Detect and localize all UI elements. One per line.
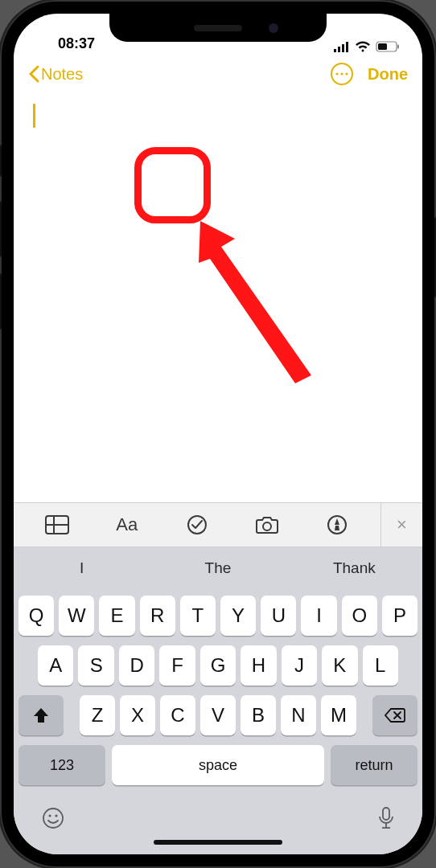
emoji-icon (41, 806, 65, 830)
key-u[interactable]: U (261, 596, 296, 636)
key-b[interactable]: B (241, 695, 276, 735)
text-style-button[interactable]: Aa (113, 514, 142, 535)
space-key[interactable]: space (112, 745, 324, 785)
home-indicator[interactable] (154, 840, 282, 845)
svg-rect-3 (346, 42, 348, 52)
key-d[interactable]: D (119, 645, 154, 686)
key-t[interactable]: T (180, 596, 216, 636)
suggestion-2[interactable]: The (150, 559, 286, 577)
key-f[interactable]: F (159, 645, 195, 686)
key-i[interactable]: I (301, 596, 336, 636)
key-r[interactable]: R (140, 596, 175, 636)
key-p[interactable]: P (382, 596, 417, 636)
key-j[interactable]: J (282, 645, 317, 686)
svg-point-14 (188, 516, 206, 534)
key-k[interactable]: K (322, 645, 357, 686)
microphone-icon (377, 806, 395, 830)
cellular-icon (334, 42, 350, 52)
note-editor[interactable] (14, 94, 422, 502)
suggestion-1[interactable]: I (14, 559, 150, 577)
svg-point-19 (55, 814, 57, 817)
chevron-left-icon (28, 65, 39, 83)
svg-point-18 (48, 814, 51, 817)
key-n[interactable]: N (281, 695, 316, 735)
numeric-key[interactable]: 123 (19, 745, 105, 785)
notch (109, 14, 327, 42)
keyboard-row-3: Z X C V B N M (19, 695, 417, 735)
key-v[interactable]: V (200, 695, 236, 735)
key-m[interactable]: M (321, 695, 356, 735)
key-y[interactable]: Y (220, 596, 256, 636)
done-button[interactable]: Done (368, 65, 408, 84)
text-cursor (33, 104, 35, 128)
status-time: 08:37 (36, 35, 117, 52)
key-a[interactable]: A (38, 645, 73, 686)
nav-bar: Notes Done (14, 54, 422, 94)
svg-point-7 (335, 72, 338, 75)
key-z[interactable]: Z (80, 695, 115, 735)
front-camera (269, 23, 278, 33)
key-l[interactable]: L (363, 645, 398, 686)
camera-icon (255, 515, 279, 534)
key-w[interactable]: W (59, 596, 94, 636)
svg-point-9 (345, 72, 348, 75)
more-button[interactable] (331, 63, 353, 85)
svg-point-8 (340, 72, 343, 75)
keyboard-row-1: Q W E R T Y U I O P (19, 596, 417, 636)
text-style-label: Aa (116, 514, 138, 535)
key-x[interactable]: X (120, 695, 155, 735)
svg-marker-10 (199, 221, 311, 383)
checklist-button[interactable] (183, 514, 212, 535)
keyboard: Q W E R T Y U I O P A S D F G H J K L (14, 589, 422, 854)
markup-button[interactable] (323, 514, 352, 535)
suggestion-bar: I The Thank (14, 547, 422, 589)
key-g[interactable]: G (200, 645, 236, 686)
emoji-button[interactable] (41, 806, 65, 830)
back-button[interactable]: Notes (28, 65, 83, 84)
phone-frame: 08:37 Notes (0, 0, 436, 868)
battery-icon (376, 41, 400, 52)
volume-down-button (0, 273, 2, 330)
shift-key[interactable] (19, 695, 64, 735)
close-icon: × (397, 514, 407, 535)
camera-button[interactable] (253, 515, 282, 534)
key-c[interactable]: C (160, 695, 195, 735)
shift-icon (32, 706, 50, 724)
table-button[interactable] (43, 515, 72, 534)
keyboard-row-2: A S D F G H J K L (19, 645, 417, 686)
format-toolbar: Aa × (14, 502, 422, 547)
keyboard-row-4: 123 space return (19, 745, 417, 785)
volume-up-button (0, 201, 2, 257)
screen: 08:37 Notes (14, 14, 422, 854)
svg-rect-2 (342, 44, 344, 52)
markup-icon (327, 514, 348, 535)
annotation-highlight-box (134, 147, 211, 223)
svg-rect-1 (338, 47, 340, 52)
ellipsis-icon (335, 72, 348, 76)
dictation-button[interactable] (377, 806, 395, 830)
key-o[interactable]: O (342, 596, 377, 636)
table-icon (45, 515, 69, 534)
key-e[interactable]: E (99, 596, 134, 636)
svg-rect-5 (378, 43, 387, 50)
wifi-icon (355, 41, 371, 52)
svg-rect-6 (397, 45, 399, 49)
checklist-icon (187, 514, 208, 535)
svg-rect-20 (383, 808, 389, 820)
svg-point-15 (263, 522, 271, 530)
mute-switch (0, 145, 2, 177)
backspace-icon (385, 707, 405, 723)
svg-rect-0 (334, 49, 336, 52)
key-q[interactable]: Q (19, 596, 54, 636)
speaker (194, 25, 242, 31)
annotation-arrow-icon (191, 215, 327, 391)
suggestion-3[interactable]: Thank (286, 559, 422, 577)
svg-point-17 (43, 809, 63, 828)
key-h[interactable]: H (241, 645, 276, 686)
back-label: Notes (41, 65, 83, 84)
key-s[interactable]: S (78, 645, 113, 686)
return-key[interactable]: return (331, 745, 417, 785)
backspace-key[interactable] (372, 695, 417, 735)
close-toolbar-button[interactable]: × (380, 503, 422, 547)
